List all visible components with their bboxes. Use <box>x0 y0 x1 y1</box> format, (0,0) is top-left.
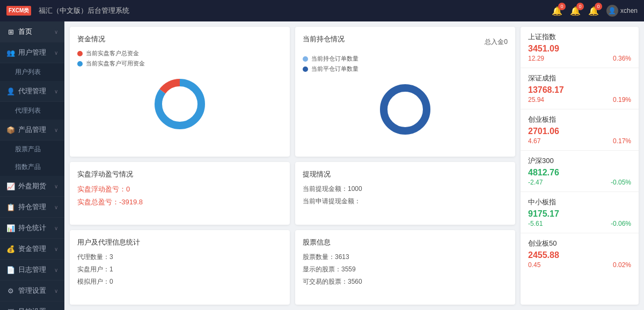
index-value-4: 9175.17 <box>528 209 631 219</box>
sidebar-item-index-products[interactable]: 指数产品 <box>0 158 64 176</box>
fund-legend-dot-2 <box>77 61 83 67</box>
real-user-value: 1 <box>109 265 113 273</box>
sidebar-item-user-list[interactable]: 用户列表 <box>0 63 64 81</box>
sidebar-item-stock-products[interactable]: 股票产品 <box>0 141 64 158</box>
position-legend-dot-2 <box>303 67 308 72</box>
current-withdraw-row: 当前提现金额：1000 <box>303 184 508 194</box>
stock-total-row: 股票数量：3613 <box>303 253 508 262</box>
index-value-3: 4812.76 <box>528 168 631 178</box>
position-header: 当前持仓情况 总入金0 <box>303 34 508 49</box>
agents-icon: 👤 <box>6 87 15 95</box>
sidebar-item-position-stats[interactable]: 📊 持仓统计 ∨ <box>0 218 64 239</box>
sidebar-item-products[interactable]: 📦 产品管理 ∨ <box>0 120 64 141</box>
agent-list-label: 代理列表 <box>15 106 41 115</box>
position-stats-arrow: ∨ <box>54 225 58 231</box>
stock-display-label: 显示的股票： <box>303 265 341 273</box>
position-legend-dot-1 <box>303 56 308 62</box>
index-value-2: 2701.06 <box>528 127 631 136</box>
index-change-row-3: -2.47 -0.05% <box>528 179 631 186</box>
sidebar-item-position-stats-label: 持仓统计 <box>18 223 54 233</box>
position-legend-item-2: 当前平仓订单数量 <box>303 65 508 73</box>
home-arrow: ∨ <box>54 29 58 35</box>
logs-arrow: ∨ <box>54 267 58 273</box>
index-change-row-5: 0.45 0.02% <box>528 261 631 269</box>
position-legend-item-1: 当前持仓订单数量 <box>303 55 508 63</box>
products-icon: 📦 <box>6 126 15 134</box>
position-legend: 当前持仓订单数量 当前平仓订单数量 <box>303 55 508 73</box>
index-change-4: -5.61 <box>528 220 543 227</box>
floating-pnl-row: 实盘浮动盈亏：0 <box>77 184 282 194</box>
sidebar-item-home-label: 首页 <box>18 27 54 36</box>
notification-btn-2[interactable]: 🔔0 <box>570 6 581 16</box>
sidebar-item-agent-list[interactable]: 代理列表 <box>0 102 64 120</box>
index-item-5: 创业板50 2455.88 0.45 0.02% <box>521 233 639 274</box>
position-donut-container <box>303 77 508 142</box>
sidebar-item-logs[interactable]: 📄 日志管理 ∨ <box>0 260 64 281</box>
risk-icon: 🛡 <box>6 307 15 310</box>
stock-display-value: 3559 <box>341 265 356 273</box>
position-legend-label-1: 当前持仓订单数量 <box>311 55 358 63</box>
index-name-5: 创业板50 <box>528 239 631 248</box>
futures-icon: 📈 <box>6 182 15 190</box>
stock-total-value: 3613 <box>335 253 349 261</box>
fund-card: 资金情况 当前实盘客户总资金 当前实盘客户可用资金 <box>70 27 290 157</box>
sidebar-item-users[interactable]: 👥 用户管理 ∨ <box>0 42 64 63</box>
index-item-1: 深证成指 13768.17 25.94 0.19% <box>521 68 639 109</box>
index-change-3: -2.47 <box>528 179 543 186</box>
total-pnl-row: 实盘总盈亏：-3919.8 <box>77 197 282 207</box>
sidebar-item-futures-label: 外盘期货 <box>18 181 54 191</box>
logo-icon: FXCM类 <box>6 6 31 16</box>
fund-donut-container <box>77 72 282 136</box>
sidebar-item-home[interactable]: ⊞ 首页 ∨ <box>0 21 64 42</box>
index-pct-2: 0.17% <box>613 137 631 145</box>
user-list-label: 用户列表 <box>15 68 41 77</box>
topbar: FXCM类 福汇（中文版）后台管理系统 🔔0 🔔0 🔔0 👤 xchen <box>0 0 644 21</box>
index-change-0: 12.29 <box>528 55 544 62</box>
notification-btn-3[interactable]: 🔔0 <box>588 6 599 16</box>
stats-card-title: 用户及代理信息统计 <box>77 238 282 247</box>
sidebar-item-futures[interactable]: 📈 外盘期货 ∨ <box>0 176 64 197</box>
notification-btn-1[interactable]: 🔔0 <box>552 6 562 16</box>
main-layout: ⊞ 首页 ∨ 👥 用户管理 ∨ 用户列表 👤 代理管理 ∨ 代理列表 📦 产品管… <box>0 21 644 310</box>
index-name-0: 上证指数 <box>528 32 631 42</box>
fund-donut-chart <box>150 75 209 134</box>
position-stats-icon: 📊 <box>6 224 15 232</box>
index-value-5: 2455.88 <box>528 250 631 260</box>
user-info[interactable]: 👤 xchen <box>606 5 638 17</box>
user-avatar: 👤 <box>606 5 618 17</box>
fund-legend-dot-1 <box>77 51 83 56</box>
withdraw-card-title: 提现情况 <box>303 169 508 179</box>
sidebar-item-admin[interactable]: ⚙ 管理设置 ∨ <box>0 281 64 301</box>
logs-icon: 📄 <box>6 265 15 274</box>
position-total-label: 总入金 <box>485 38 504 46</box>
positions-arrow: ∨ <box>54 204 58 210</box>
notif-badge-2: 0 <box>576 3 584 10</box>
real-user-row: 实盘用户：1 <box>77 265 282 274</box>
index-name-3: 沪深300 <box>528 156 631 166</box>
position-total: 总入金0 <box>485 38 508 47</box>
sidebar-item-funds-label: 资金管理 <box>18 244 54 254</box>
stock-total-label: 股票数量： <box>303 253 335 261</box>
sidebar-item-admin-label: 管理设置 <box>18 286 54 296</box>
index-pct-3: -0.05% <box>611 179 631 186</box>
index-change-1: 25.94 <box>528 96 544 104</box>
position-card-title: 当前持仓情况 <box>303 34 345 44</box>
username: xchen <box>620 7 638 14</box>
notif-badge-1: 0 <box>558 3 566 10</box>
positions-icon: 📋 <box>6 203 15 211</box>
real-user-label: 实盘用户： <box>77 265 109 273</box>
applying-withdraw-label: 当前申请提现金额： <box>303 197 361 205</box>
sidebar-item-positions[interactable]: 📋 持仓管理 ∨ <box>0 197 64 218</box>
index-value-1: 13768.17 <box>528 85 631 95</box>
sidebar-item-agents[interactable]: 👤 代理管理 ∨ <box>0 81 64 102</box>
pnl-card-title: 实盘浮动盈亏情况 <box>77 169 282 179</box>
fund-legend: 当前实盘客户总资金 当前实盘客户可用资金 <box>77 49 282 68</box>
position-card: 当前持仓情况 总入金0 当前持仓订单数量 当前平仓订单数量 <box>295 27 515 157</box>
sidebar-item-risk[interactable]: 🛡 风控设置 ∨ <box>0 301 64 310</box>
sidebar-item-positions-label: 持仓管理 <box>18 202 54 212</box>
sidebar-item-agents-label: 代理管理 <box>18 86 54 96</box>
app-title: 福汇（中文版）后台管理系统 <box>39 6 129 16</box>
agent-count-label: 代理数量： <box>77 253 109 261</box>
index-pct-0: 0.36% <box>613 55 631 62</box>
sidebar-item-funds[interactable]: 💰 资金管理 ∨ <box>0 239 64 260</box>
